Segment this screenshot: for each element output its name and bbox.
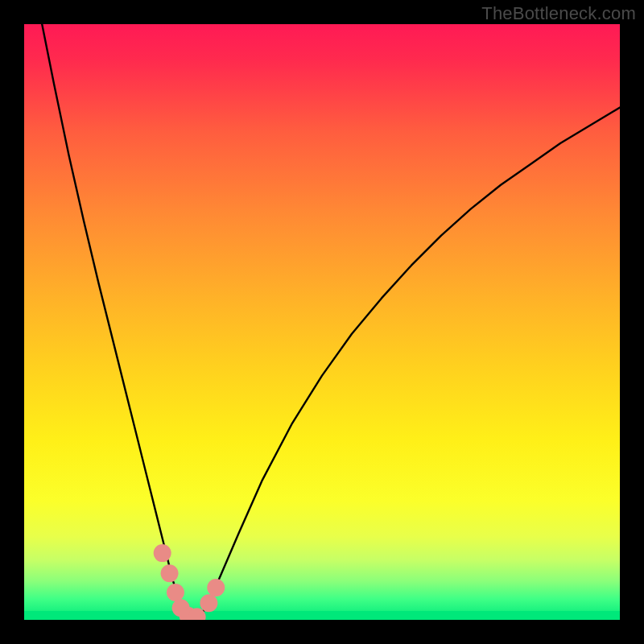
- data-marker: [167, 584, 184, 601]
- data-marker: [161, 564, 179, 582]
- gradient-background: [24, 24, 620, 620]
- baseline-band: [24, 611, 620, 620]
- data-marker: [207, 579, 225, 597]
- data-marker: [200, 594, 217, 612]
- data-marker: [154, 544, 171, 562]
- watermark-label: TheBottleneck.com: [481, 3, 636, 24]
- chart-frame: TheBottleneck.com: [0, 0, 644, 644]
- plot-area: [24, 24, 620, 620]
- chart-svg: [24, 24, 620, 620]
- band-layer: [24, 611, 620, 620]
